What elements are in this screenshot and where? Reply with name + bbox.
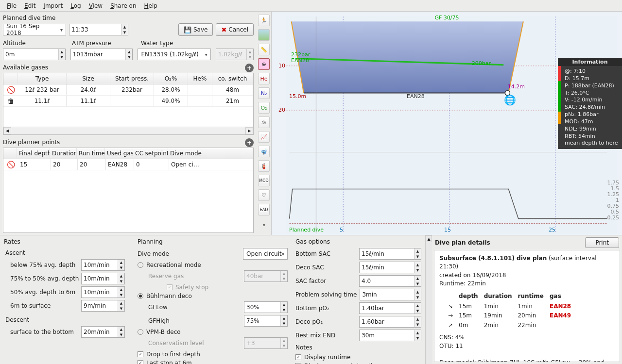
descent-field[interactable]: 20m/min▲▼ bbox=[81, 326, 125, 338]
rate-field[interactable]: 10m/min▲▼ bbox=[81, 286, 125, 298]
menu-share[interactable]: Share on bbox=[107, 1, 139, 10]
rec-mode-radio[interactable]: Recreational mode bbox=[138, 261, 288, 269]
col-start[interactable]: Start press. bbox=[110, 73, 154, 84]
plan-row: ↘15m1min1minEAN28 bbox=[448, 302, 576, 311]
water-label: Water type bbox=[141, 39, 254, 49]
col-size[interactable]: Size bbox=[67, 73, 110, 84]
atm-field[interactable]: 1013mbar▲▼ bbox=[70, 49, 133, 60]
gas-row[interactable]: 🗑 11.1ℓ 11.1ℓ 49.0% 21m bbox=[3, 96, 253, 107]
save-icon: 💾 bbox=[184, 26, 191, 33]
deco-sac-field[interactable]: 15ℓ/min▲▼ bbox=[359, 262, 421, 273]
delete-gas-icon[interactable]: 🚫 bbox=[3, 84, 18, 95]
menubar: File Edit Import Log View Share on Help bbox=[0, 0, 622, 12]
planned-time-label: Planned dive time bbox=[3, 14, 254, 23]
tool-graph-icon[interactable]: 📈 bbox=[258, 131, 270, 143]
gas-options-panel: Gas options Bottom SAC15ℓ/min▲▼ Deco SAC… bbox=[292, 235, 425, 364]
gflow-field[interactable]: 30%▲▼ bbox=[244, 301, 288, 313]
delete-gas-icon[interactable]: 🗑 bbox=[3, 96, 18, 106]
menu-file[interactable]: File bbox=[4, 1, 19, 10]
tool-tank-icon[interactable]: 🧯 bbox=[258, 160, 270, 172]
hscrollbar[interactable]: ◀▶ bbox=[3, 127, 253, 134]
date-picker[interactable]: Sun 16 Sep 2018 bbox=[3, 24, 66, 35]
print-button[interactable]: Print bbox=[585, 237, 619, 248]
plan-row: →15m19min20minEAN49 bbox=[448, 312, 576, 320]
pst-field[interactable]: 3min▲▼ bbox=[360, 289, 421, 300]
tool-scale-icon[interactable]: ⚖ bbox=[258, 116, 270, 128]
plan-table: depthdurationruntimegas ↘15m1min1minEAN2… bbox=[447, 291, 577, 331]
add-gas-button[interactable]: + bbox=[245, 64, 254, 72]
bottom-po2-field[interactable]: 1.40bar▲▼ bbox=[359, 302, 421, 314]
buhlmann-radio[interactable]: Bühlmann deco bbox=[138, 292, 288, 300]
sac-factor-field[interactable]: 4.0▲▼ bbox=[359, 275, 421, 287]
water-density-field: 1.02kg/ℓ▲▼ bbox=[216, 49, 254, 60]
info-tooltip: Information @: 7:10 D: 15.7m P: 188bar (… bbox=[558, 58, 622, 149]
dive-mode-select[interactable]: Open circuit bbox=[243, 248, 288, 260]
col-switch[interactable]: co. switch bbox=[212, 73, 253, 84]
reserve-gas-field: 40bar▲▼ bbox=[244, 270, 288, 282]
collapse-icon[interactable]: « bbox=[262, 222, 265, 228]
tool-compass-icon[interactable]: ⊕ bbox=[258, 58, 270, 70]
time-field[interactable]: 11:33▲▼ bbox=[69, 24, 128, 35]
tool-ead-icon[interactable]: EAD bbox=[258, 204, 270, 215]
rate-field[interactable]: 9m/min▲▼ bbox=[81, 300, 125, 312]
col-he[interactable]: He% bbox=[188, 73, 212, 84]
cancel-button[interactable]: ✖Cancel bbox=[216, 23, 254, 36]
display-segment-check[interactable]: Display segment duration bbox=[295, 362, 421, 364]
tool-mod-icon[interactable]: MOD bbox=[258, 175, 270, 186]
bottom-sac-field[interactable]: 15ℓ/min▲▼ bbox=[359, 248, 421, 260]
gfhigh-field[interactable]: 75%▲▼ bbox=[244, 315, 288, 327]
rate-field[interactable]: 10m/min▲▼ bbox=[81, 259, 125, 271]
profile-toolbar: 🏃 📏 ⊕ He N₂ O₂ ⚖ 📈 🤿 🧯 MOD ♡ EAD « bbox=[257, 12, 271, 235]
display-runtime-check[interactable]: Display runtime bbox=[295, 353, 421, 362]
cancel-icon: ✖ bbox=[221, 26, 226, 33]
altitude-field[interactable]: 0m▲▼ bbox=[3, 49, 66, 60]
tool-diver-icon[interactable]: 🤿 bbox=[258, 146, 270, 157]
dive-profile[interactable]: GF 30/75 232bar EAN28 200bar 10 20 15.0m… bbox=[271, 12, 622, 235]
dpp-table: Final depth Duration Run time Used gas C… bbox=[3, 148, 254, 233]
last-stop-check[interactable]: Last stop at 6m bbox=[138, 359, 288, 364]
tool-hr-icon[interactable]: ♡ bbox=[258, 189, 270, 201]
vpmb-radio[interactable]: VPM-B deco bbox=[138, 328, 288, 336]
save-button[interactable]: 💾Save bbox=[178, 23, 213, 36]
left-panel: Planned dive time Sun 16 Sep 2018 11:33▲… bbox=[0, 12, 257, 235]
dpp-row[interactable]: 🚫 15 20 20 EAN28 0 Open ci… bbox=[3, 159, 253, 170]
options-scrollbar[interactable]: ▲ bbox=[425, 235, 432, 364]
rates-panel: Rates Ascent below 75% avg. depth10m/min… bbox=[0, 235, 134, 364]
diver-icon[interactable]: 🌐 bbox=[504, 94, 516, 106]
tool-o2-icon[interactable]: O₂ bbox=[258, 102, 270, 114]
menu-edit[interactable]: Edit bbox=[21, 1, 38, 10]
menu-view[interactable]: View bbox=[86, 1, 105, 10]
col-type[interactable]: Type bbox=[18, 73, 67, 84]
tool-ruler-icon[interactable]: 📏 bbox=[258, 44, 270, 55]
altitude-label: Altitude bbox=[3, 39, 67, 49]
menu-help[interactable]: Help bbox=[141, 1, 160, 10]
col-o2[interactable]: O₂% bbox=[154, 73, 188, 84]
plan-row: ↗0m2min22min bbox=[448, 321, 576, 330]
tool-n2-icon[interactable]: N₂ bbox=[258, 87, 270, 99]
tool-person-icon[interactable]: 🏃 bbox=[258, 15, 270, 26]
tool-gradient-icon[interactable] bbox=[258, 29, 270, 41]
tool-he-icon[interactable]: He bbox=[258, 73, 270, 84]
delete-point-icon[interactable]: 🚫 bbox=[3, 159, 18, 170]
planning-panel: Planning Dive modeOpen circuit Recreatio… bbox=[134, 235, 292, 364]
drop-first-check[interactable]: Drop to first depth bbox=[138, 350, 288, 359]
menu-import[interactable]: Import bbox=[40, 1, 66, 10]
rate-field[interactable]: 10m/min▲▼ bbox=[81, 273, 125, 284]
end-field[interactable]: 30m▲▼ bbox=[359, 330, 421, 341]
conservatism-field: +3▲▼ bbox=[244, 337, 288, 349]
gases-table: Type Size Start press. O₂% He% co. switc… bbox=[3, 73, 254, 135]
gases-label: Available gases bbox=[3, 63, 48, 73]
plan-details-body: Subsurface (4.8.1.101) dive plan (surfac… bbox=[434, 250, 620, 362]
dpp-label: Dive planner points bbox=[3, 138, 60, 148]
deco-po2-field[interactable]: 1.60bar▲▼ bbox=[359, 316, 421, 328]
menu-log[interactable]: Log bbox=[68, 1, 84, 10]
gf-label: GF 30/75 bbox=[434, 15, 459, 21]
water-type-select[interactable]: EN13319 (1.02kg/ℓ) bbox=[138, 49, 210, 60]
plan-details-panel: Dive plan details Print Subsurface (4.8.… bbox=[432, 235, 622, 364]
add-point-button[interactable]: + bbox=[245, 138, 254, 147]
gas-row[interactable]: 🚫 12ℓ 232 bar 24.0ℓ 232bar 28.0% 48m bbox=[3, 84, 253, 96]
atm-label: ATM pressure bbox=[72, 39, 136, 49]
